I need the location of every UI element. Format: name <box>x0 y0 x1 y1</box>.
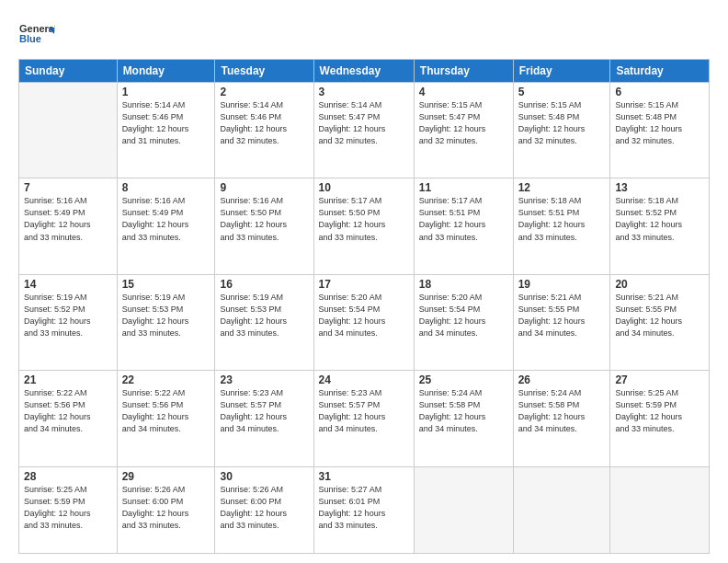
day-info: Sunrise: 5:26 AM Sunset: 6:00 PM Dayligh… <box>220 484 308 532</box>
day-number: 9 <box>220 181 308 194</box>
calendar-cell <box>513 466 610 554</box>
day-number: 17 <box>319 278 409 291</box>
day-number: 20 <box>615 278 704 291</box>
weekday-header-friday: Friday <box>513 60 610 83</box>
day-number: 6 <box>615 86 704 98</box>
weekday-header-sunday: Sunday <box>19 60 118 83</box>
day-info: Sunrise: 5:19 AM Sunset: 5:53 PM Dayligh… <box>122 292 210 339</box>
calendar-cell: 16Sunrise: 5:19 AM Sunset: 5:53 PM Dayli… <box>215 274 313 370</box>
day-number: 22 <box>122 373 210 386</box>
calendar-cell: 15Sunrise: 5:19 AM Sunset: 5:53 PM Dayli… <box>117 274 215 370</box>
calendar-cell: 22Sunrise: 5:22 AM Sunset: 5:56 PM Dayli… <box>117 371 215 466</box>
day-info: Sunrise: 5:23 AM Sunset: 5:57 PM Dayligh… <box>319 387 409 435</box>
day-number: 8 <box>122 181 210 194</box>
calendar-cell: 19Sunrise: 5:21 AM Sunset: 5:55 PM Dayli… <box>513 274 610 370</box>
weekday-header-thursday: Thursday <box>414 60 513 83</box>
day-number: 15 <box>122 278 210 291</box>
calendar-table: SundayMondayTuesdayWednesdayThursdayFrid… <box>18 59 710 554</box>
day-number: 28 <box>24 470 112 483</box>
calendar-cell: 25Sunrise: 5:24 AM Sunset: 5:58 PM Dayli… <box>414 371 513 466</box>
day-number: 29 <box>122 470 210 483</box>
day-number: 11 <box>419 181 508 194</box>
day-number: 27 <box>615 373 704 386</box>
calendar-cell: 26Sunrise: 5:24 AM Sunset: 5:58 PM Dayli… <box>513 371 610 466</box>
calendar-cell: 9Sunrise: 5:16 AM Sunset: 5:50 PM Daylig… <box>215 178 313 274</box>
day-info: Sunrise: 5:16 AM Sunset: 5:49 PM Dayligh… <box>122 195 210 243</box>
day-info: Sunrise: 5:22 AM Sunset: 5:56 PM Dayligh… <box>24 387 112 435</box>
calendar-cell: 4Sunrise: 5:15 AM Sunset: 5:47 PM Daylig… <box>414 83 513 178</box>
day-number: 24 <box>319 373 409 386</box>
calendar-cell <box>610 466 710 554</box>
day-info: Sunrise: 5:15 AM Sunset: 5:48 PM Dayligh… <box>518 99 606 147</box>
day-info: Sunrise: 5:16 AM Sunset: 5:49 PM Dayligh… <box>24 195 112 243</box>
weekday-header-monday: Monday <box>117 60 215 83</box>
calendar-cell <box>19 83 118 178</box>
calendar-cell: 30Sunrise: 5:26 AM Sunset: 6:00 PM Dayli… <box>215 466 313 554</box>
calendar-cell: 5Sunrise: 5:15 AM Sunset: 5:48 PM Daylig… <box>513 83 610 178</box>
day-info: Sunrise: 5:14 AM Sunset: 5:46 PM Dayligh… <box>122 99 210 147</box>
day-info: Sunrise: 5:23 AM Sunset: 5:57 PM Dayligh… <box>220 387 308 435</box>
calendar-cell: 2Sunrise: 5:14 AM Sunset: 5:46 PM Daylig… <box>215 83 313 178</box>
header: General Blue <box>18 17 710 50</box>
day-info: Sunrise: 5:15 AM Sunset: 5:48 PM Dayligh… <box>615 99 704 147</box>
calendar-cell: 14Sunrise: 5:19 AM Sunset: 5:52 PM Dayli… <box>19 274 118 370</box>
calendar-header-row: SundayMondayTuesdayWednesdayThursdayFrid… <box>19 60 710 83</box>
day-number: 4 <box>419 86 508 98</box>
day-number: 31 <box>319 470 409 483</box>
day-info: Sunrise: 5:16 AM Sunset: 5:50 PM Dayligh… <box>220 195 308 243</box>
weekday-header-tuesday: Tuesday <box>215 60 313 83</box>
calendar-cell: 10Sunrise: 5:17 AM Sunset: 5:50 PM Dayli… <box>313 178 414 274</box>
day-info: Sunrise: 5:20 AM Sunset: 5:54 PM Dayligh… <box>419 292 508 339</box>
day-number: 1 <box>122 86 210 98</box>
logo: General Blue <box>18 17 55 50</box>
calendar-week-row: 21Sunrise: 5:22 AM Sunset: 5:56 PM Dayli… <box>19 371 710 466</box>
day-info: Sunrise: 5:21 AM Sunset: 5:55 PM Dayligh… <box>518 292 606 339</box>
calendar-cell <box>414 466 513 554</box>
day-number: 5 <box>518 86 606 98</box>
page: General Blue SundayMondayTuesdayWednesda… <box>0 0 728 563</box>
day-info: Sunrise: 5:14 AM Sunset: 5:46 PM Dayligh… <box>220 99 308 147</box>
day-number: 13 <box>615 181 704 194</box>
calendar-week-row: 14Sunrise: 5:19 AM Sunset: 5:52 PM Dayli… <box>19 274 710 370</box>
day-number: 25 <box>419 373 508 386</box>
day-info: Sunrise: 5:22 AM Sunset: 5:56 PM Dayligh… <box>122 387 210 435</box>
calendar-week-row: 28Sunrise: 5:25 AM Sunset: 5:59 PM Dayli… <box>19 466 710 554</box>
calendar-cell: 13Sunrise: 5:18 AM Sunset: 5:52 PM Dayli… <box>610 178 710 274</box>
day-number: 21 <box>24 373 112 386</box>
day-number: 3 <box>319 86 409 98</box>
weekday-header-wednesday: Wednesday <box>313 60 414 83</box>
day-number: 18 <box>419 278 508 291</box>
day-info: Sunrise: 5:25 AM Sunset: 5:59 PM Dayligh… <box>24 484 112 532</box>
day-number: 14 <box>24 278 112 291</box>
calendar-cell: 3Sunrise: 5:14 AM Sunset: 5:47 PM Daylig… <box>313 83 414 178</box>
day-info: Sunrise: 5:15 AM Sunset: 5:47 PM Dayligh… <box>419 99 508 147</box>
day-info: Sunrise: 5:19 AM Sunset: 5:53 PM Dayligh… <box>220 292 308 339</box>
day-info: Sunrise: 5:24 AM Sunset: 5:58 PM Dayligh… <box>518 387 606 435</box>
calendar-cell: 11Sunrise: 5:17 AM Sunset: 5:51 PM Dayli… <box>414 178 513 274</box>
day-info: Sunrise: 5:25 AM Sunset: 5:59 PM Dayligh… <box>615 387 704 435</box>
day-info: Sunrise: 5:17 AM Sunset: 5:51 PM Dayligh… <box>419 195 508 243</box>
day-info: Sunrise: 5:26 AM Sunset: 6:00 PM Dayligh… <box>122 484 210 532</box>
calendar-cell: 31Sunrise: 5:27 AM Sunset: 6:01 PM Dayli… <box>313 466 414 554</box>
day-number: 19 <box>518 278 606 291</box>
calendar-week-row: 7Sunrise: 5:16 AM Sunset: 5:49 PM Daylig… <box>19 178 710 274</box>
day-info: Sunrise: 5:19 AM Sunset: 5:52 PM Dayligh… <box>24 292 112 339</box>
calendar-cell: 27Sunrise: 5:25 AM Sunset: 5:59 PM Dayli… <box>610 371 710 466</box>
day-info: Sunrise: 5:18 AM Sunset: 5:51 PM Dayligh… <box>518 195 606 243</box>
day-info: Sunrise: 5:27 AM Sunset: 6:01 PM Dayligh… <box>319 484 409 532</box>
day-number: 16 <box>220 278 308 291</box>
calendar-cell: 24Sunrise: 5:23 AM Sunset: 5:57 PM Dayli… <box>313 371 414 466</box>
day-info: Sunrise: 5:20 AM Sunset: 5:54 PM Dayligh… <box>319 292 409 339</box>
day-number: 23 <box>220 373 308 386</box>
calendar-cell: 8Sunrise: 5:16 AM Sunset: 5:49 PM Daylig… <box>117 178 215 274</box>
calendar-cell: 21Sunrise: 5:22 AM Sunset: 5:56 PM Dayli… <box>19 371 118 466</box>
calendar-cell: 23Sunrise: 5:23 AM Sunset: 5:57 PM Dayli… <box>215 371 313 466</box>
day-number: 26 <box>518 373 606 386</box>
day-info: Sunrise: 5:14 AM Sunset: 5:47 PM Dayligh… <box>319 99 409 147</box>
calendar-cell: 6Sunrise: 5:15 AM Sunset: 5:48 PM Daylig… <box>610 83 710 178</box>
calendar-cell: 28Sunrise: 5:25 AM Sunset: 5:59 PM Dayli… <box>19 466 118 554</box>
svg-text:Blue: Blue <box>19 33 41 44</box>
day-number: 2 <box>220 86 308 98</box>
calendar-cell: 20Sunrise: 5:21 AM Sunset: 5:55 PM Dayli… <box>610 274 710 370</box>
calendar-week-row: 1Sunrise: 5:14 AM Sunset: 5:46 PM Daylig… <box>19 83 710 178</box>
